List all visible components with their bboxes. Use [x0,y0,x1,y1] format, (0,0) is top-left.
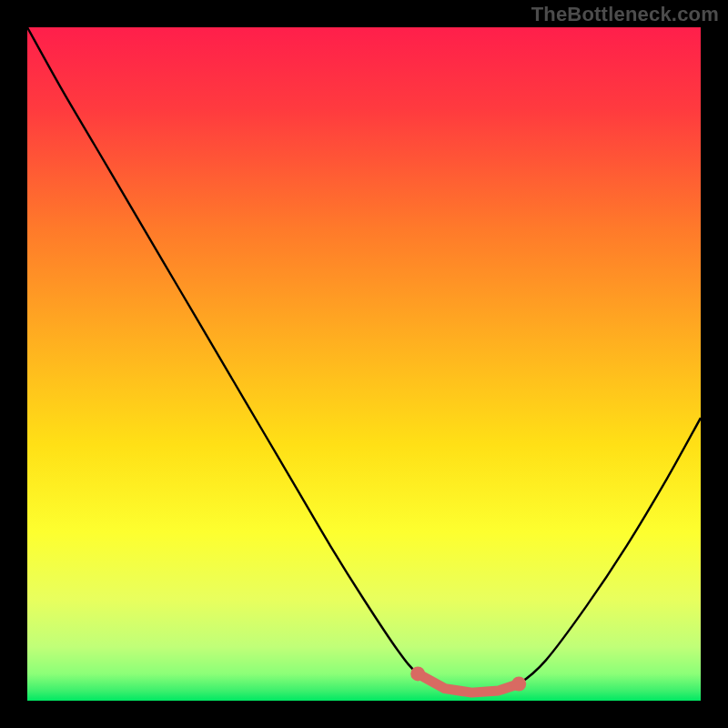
recommended-range-line [418,673,519,693]
recommended-range-markers [410,666,526,693]
watermark-text: TheBottleneck.com [531,3,719,26]
plot-area [27,27,701,701]
bottleneck-curve [27,27,701,701]
range-end-dot [511,677,526,692]
range-start-dot [410,666,425,681]
curve-line [27,27,701,693]
chart-frame: TheBottleneck.com [0,0,728,728]
